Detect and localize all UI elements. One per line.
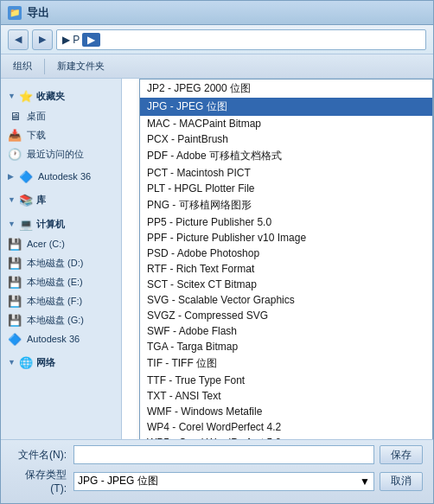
sidebar-item-g[interactable]: 💾 本地磁盘 (G:) — [1, 310, 121, 329]
drive-d-label: 本地磁盘 (D:) — [27, 257, 83, 270]
drive-e-icon: 💾 — [8, 275, 22, 289]
back-icon: ◀ — [15, 34, 22, 45]
desktop-icon: 🖥 — [8, 109, 22, 123]
favorites-icon: ⭐ — [19, 89, 33, 103]
library-chevron: ▼ — [8, 195, 16, 204]
titlebar: 📁 导出 — [1, 1, 433, 25]
computer-label: 计算机 — [36, 218, 65, 231]
sidebar-computer-section: ▼ 💻 计算机 💾 Acer (C:) 💾 本地磁盘 (D:) 💾 本地磁盘 (… — [1, 214, 121, 348]
sidebar-library-section: ▼ 📚 库 — [1, 189, 121, 210]
drive-d-icon: 💾 — [8, 256, 22, 270]
dropdown-item-16[interactable]: TGA - Targa Bitmap — [140, 339, 432, 354]
drive-c-label: Acer (C:) — [27, 239, 65, 249]
dropdown-item-13[interactable]: SVG - Scalable Vector Graphics — [140, 292, 432, 308]
computer-chevron: ▼ — [8, 220, 16, 228]
window-title: 导出 — [27, 5, 49, 21]
library-label: 库 — [36, 194, 46, 207]
recent-icon: 🕐 — [8, 147, 22, 161]
dropdown-item-9[interactable]: PPF - Picture Publisher v10 Image — [140, 230, 432, 246]
sidebar-computer-header[interactable]: ▼ 💻 计算机 — [1, 214, 121, 234]
dropdown-item-0[interactable]: JP2 - JPEG 2000 位图 — [140, 80, 432, 98]
sidebar-library-header[interactable]: ▼ 📚 库 — [1, 189, 121, 210]
computer-icon: 💻 — [19, 217, 33, 231]
dropdown-item-15[interactable]: SWF - Adobe Flash — [140, 323, 432, 339]
sidebar-item-autodesk2[interactable]: 🔷 Autodesk 36 — [1, 329, 121, 348]
sidebar-network-header[interactable]: ▼ 🌐 网络 — [1, 352, 121, 373]
dropdown-item-10[interactable]: PSD - Adobe Photoshop — [140, 246, 432, 261]
dropdown-item-19[interactable]: TXT - ANSI Text — [140, 388, 432, 404]
favorites-chevron: ▼ — [8, 92, 16, 100]
export-window: 📁 导出 ◀ ▶ ▶ P ▶ 组织 新建文件夹 ▼ ⭐ — [0, 0, 434, 504]
dropdown-item-5[interactable]: PCT - Macintosh PICT — [140, 165, 432, 181]
sidebar-item-c[interactable]: 💾 Acer (C:) — [1, 234, 121, 253]
back-button[interactable]: ◀ — [8, 29, 29, 50]
sidebar-favorites-section: ▼ ⭐ 收藏夹 🖥 桌面 📥 下载 🕐 最近访问的位 — [1, 86, 121, 163]
window-icon: 📁 — [8, 6, 22, 20]
sidebar-item-e[interactable]: 💾 本地磁盘 (E:) — [1, 272, 121, 291]
recent-label: 最近访问的位 — [27, 148, 84, 161]
downloads-icon: 📥 — [8, 128, 22, 142]
downloads-label: 下载 — [27, 129, 46, 142]
dropdown-item-20[interactable]: WMF - Windows Metafile — [140, 404, 432, 419]
dropdown-item-3[interactable]: PCX - PaintBrush — [140, 131, 432, 147]
drive-f-label: 本地磁盘 (F:) — [27, 295, 82, 308]
filename-row: 文件名(N): 保存 — [11, 445, 423, 464]
filetype-label: 保存类型(T): — [11, 468, 73, 494]
filetype-dropdown-arrow: ▼ — [360, 475, 370, 488]
address-root: ▶ P — [62, 34, 80, 46]
drive-e-label: 本地磁盘 (E:) — [27, 276, 83, 289]
filetype-value: JPG - JPEG 位图 — [78, 474, 158, 488]
cancel-button[interactable]: 取消 — [380, 472, 423, 491]
dropdown-item-2[interactable]: MAC - MACPaint Bitmap — [140, 116, 432, 131]
network-icon: 🌐 — [19, 355, 33, 369]
filetype-row: 保存类型(T): JPG - JPEG 位图 ▼ 取消 — [11, 468, 423, 494]
sidebar-item-autodesk[interactable]: ▶ 🔷 Autodesk 36 — [1, 167, 121, 186]
dropdown-item-4[interactable]: PDF - Adobe 可移植文档格式 — [140, 147, 432, 165]
forward-button[interactable]: ▶ — [32, 29, 53, 50]
filename-label: 文件名(N): — [11, 448, 73, 463]
sidebar-autodesk-section: ▶ 🔷 Autodesk 36 — [1, 167, 121, 186]
sidebar-item-d[interactable]: 💾 本地磁盘 (D:) — [1, 253, 121, 272]
sidebar-item-downloads[interactable]: 📥 下载 — [1, 125, 121, 144]
dropdown-item-8[interactable]: PP5 - Picture Publisher 5.0 — [140, 214, 432, 230]
autodesk2-icon: 🔷 — [8, 332, 22, 346]
drive-f-icon: 💾 — [8, 294, 22, 308]
filename-input[interactable] — [73, 445, 374, 464]
favorites-label: 收藏夹 — [36, 90, 65, 103]
dropdown-item-1[interactable]: JPG - JPEG 位图 — [140, 98, 432, 116]
desktop-label: 桌面 — [27, 110, 46, 123]
autodesk-label: Autodesk 36 — [38, 171, 91, 182]
dropdown-item-7[interactable]: PNG - 可移植网络图形 — [140, 196, 432, 214]
dropdown-item-18[interactable]: TTF - True Type Font — [140, 373, 432, 388]
dropdown-item-21[interactable]: WP4 - Corel WordPerfect 4.2 — [140, 419, 432, 435]
drive-c-icon: 💾 — [8, 237, 22, 251]
organize-button[interactable]: 组织 — [8, 58, 37, 74]
filetype-select[interactable]: JPG - JPEG 位图 ▼ — [73, 472, 374, 491]
dropdown-item-12[interactable]: SCT - Scitex CT Bitmap — [140, 277, 432, 292]
dropdown-item-22[interactable]: WP5 - Corel WordPerfect 5.0 — [140, 435, 432, 439]
network-label: 网络 — [36, 356, 55, 369]
sidebar-favorites-header[interactable]: ▼ ⭐ 收藏夹 — [1, 86, 121, 106]
file-type-dropdown[interactable]: JP2 - JPEG 2000 位图JPG - JPEG 位图MAC - MAC… — [139, 79, 433, 439]
action-toolbar: 组织 新建文件夹 — [1, 54, 433, 79]
drive-g-label: 本地磁盘 (G:) — [27, 314, 84, 327]
library-icon: 📚 — [19, 193, 33, 207]
sidebar-item-recent[interactable]: 🕐 最近访问的位 — [1, 144, 121, 163]
save-button[interactable]: 保存 — [380, 445, 423, 464]
network-chevron: ▼ — [8, 358, 16, 367]
new-folder-button[interactable]: 新建文件夹 — [52, 58, 110, 74]
sidebar-item-f[interactable]: 💾 本地磁盘 (F:) — [1, 291, 121, 310]
dropdown-item-14[interactable]: SVGZ - Compressed SVG — [140, 308, 432, 323]
address-current: ▶ — [82, 33, 100, 47]
autodesk2-label: Autodesk 36 — [27, 334, 80, 344]
drive-g-icon: 💾 — [8, 313, 22, 327]
address-path: ▶ P ▶ — [62, 34, 100, 46]
dropdown-item-6[interactable]: PLT - HPGL Plotter File — [140, 181, 432, 196]
toolbar-separator — [44, 59, 45, 74]
main-content: ▼ ⭐ 收藏夹 🖥 桌面 📥 下载 🕐 最近访问的位 — [1, 79, 433, 439]
dropdown-item-17[interactable]: TIF - TIFF 位图 — [140, 354, 432, 373]
dropdown-item-11[interactable]: RTF - Rich Text Format — [140, 261, 432, 277]
sidebar-item-desktop[interactable]: 🖥 桌面 — [1, 106, 121, 125]
autodesk-chevron: ▶ — [8, 172, 14, 181]
address-bar[interactable]: ▶ P ▶ — [56, 29, 426, 50]
